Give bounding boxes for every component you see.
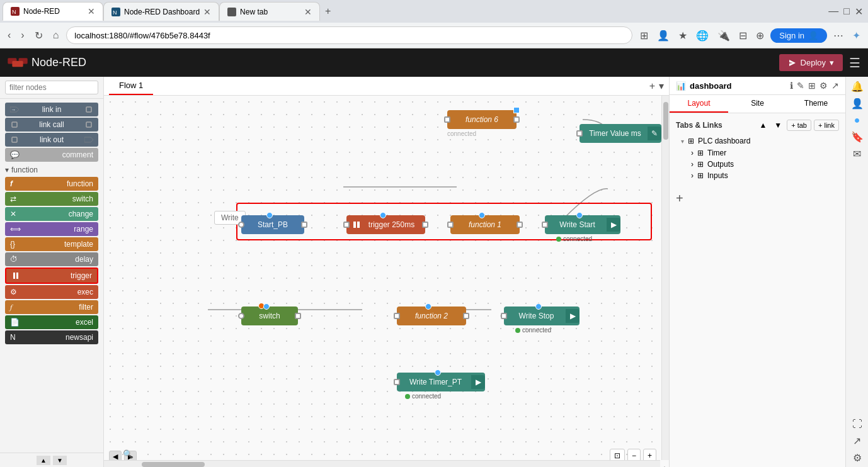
sidebar-item-switch[interactable]: ⇄ switch <box>5 192 98 206</box>
sort-desc-button[interactable]: ▼ <box>772 120 784 131</box>
minimize-button[interactable]: — <box>826 3 841 20</box>
rp-tab-site[interactable]: Site <box>728 95 787 113</box>
write-stop-node[interactable]: Write Stop ▶ <box>504 307 580 325</box>
outputs-chevron-icon: › <box>691 160 694 169</box>
switch-node[interactable]: switch <box>241 307 298 325</box>
close-button[interactable]: ✕ <box>852 3 865 20</box>
tree-item-outputs[interactable]: › ⊞ Outputs <box>686 159 839 170</box>
filter-nodes-input[interactable] <box>5 81 98 94</box>
far-right-bell-button[interactable]: 🔔 <box>851 81 864 93</box>
deploy-button[interactable]: Deploy ▾ <box>779 54 843 71</box>
external-link-button[interactable]: ↗ <box>831 81 839 91</box>
refresh-button[interactable]: ↻ <box>32 27 45 44</box>
forward-button[interactable]: › <box>18 27 26 43</box>
trigger-250ms-node[interactable]: trigger 250ms <box>346 215 425 234</box>
function6-node[interactable]: function 6 <box>447 110 517 129</box>
extensions2-button[interactable]: 🔌 <box>715 27 733 44</box>
function-group-header[interactable]: ▾ function <box>5 163 98 176</box>
tree-item-inputs[interactable]: › ⊞ Inputs <box>686 170 839 181</box>
exec-label: exec <box>77 288 93 296</box>
svg-rect-6 <box>12 60 23 66</box>
sidebar-item-filter[interactable]: 𝑓 filter <box>5 300 98 314</box>
sidebar-item-comment[interactable]: 💬 comment <box>5 148 98 162</box>
function2-node[interactable]: function 2 <box>397 307 466 325</box>
switch-dot <box>263 303 270 310</box>
sidebar-item-link-out[interactable]: link out <box>5 133 98 147</box>
tab-newtab[interactable]: New tab ✕ <box>219 2 320 21</box>
far-right-circle-button[interactable]: ● <box>854 115 860 126</box>
add-flow-button[interactable]: + <box>649 80 655 92</box>
h-scrollbar-thumb[interactable] <box>142 462 205 467</box>
tree-item-timer[interactable]: › ⊞ Timer <box>686 147 839 159</box>
function1-node[interactable]: function 1 <box>450 215 520 234</box>
sidebar-item-exec[interactable]: ⚙ exec <box>5 285 98 299</box>
tab-close-nr[interactable]: ✕ <box>88 6 95 16</box>
sidebar-item-trigger[interactable]: trigger <box>5 267 98 284</box>
svg-marker-14 <box>84 137 93 142</box>
tab-close-dashboard[interactable]: ✕ <box>203 7 211 17</box>
far-right-settings-button[interactable]: ⚙ <box>853 452 862 464</box>
far-right-external-button[interactable]: ↗ <box>853 435 861 447</box>
favorites-button[interactable]: ★ <box>676 27 690 44</box>
h-scrollbar[interactable] <box>104 460 660 467</box>
sidebar-scroll-up[interactable]: ▲ <box>37 456 50 465</box>
tab-node-red[interactable]: N Node-RED ✕ <box>3 2 103 21</box>
write-timer-node[interactable]: Write Timer_PT ▶ <box>397 373 485 391</box>
flow-options-button[interactable]: ▾ <box>659 80 664 92</box>
address-input[interactable] <box>66 26 632 44</box>
home-button[interactable]: ⌂ <box>50 27 62 43</box>
settings-panel-button[interactable]: ⚙ <box>819 81 828 91</box>
far-right-mail-button[interactable]: ✉ <box>853 148 861 160</box>
comment-label: comment <box>62 150 93 159</box>
add-link-button[interactable]: + link <box>814 120 839 131</box>
sidebar-scroll-down[interactable]: ▼ <box>53 456 67 465</box>
dashboard-grid-icon: ⊞ <box>688 137 694 145</box>
far-right-bookmark-button[interactable]: 🔖 <box>851 131 864 143</box>
sidebar-item-range[interactable]: ⟺ range <box>5 222 98 236</box>
edit-button[interactable]: ✎ <box>797 81 804 91</box>
function6-dot <box>513 107 520 113</box>
tab-close-newtab[interactable]: ✕ <box>304 7 312 17</box>
sidebar-item-link-call[interactable]: link call <box>5 118 98 132</box>
v-scrollbar[interactable] <box>661 96 669 460</box>
far-right-user-button[interactable]: 👤 <box>851 98 864 110</box>
sidebar-item-function[interactable]: f function <box>5 177 98 191</box>
sort-asc-button[interactable]: ▲ <box>757 120 769 131</box>
flow-tab-1[interactable]: Flow 1 <box>109 77 153 95</box>
sidebar-item-change[interactable]: ✕ change <box>5 207 98 221</box>
settings-button[interactable]: ⋯ <box>831 27 846 44</box>
far-right-expand-button[interactable]: ⛶ <box>852 419 862 430</box>
collections-button[interactable]: 🌐 <box>694 27 711 44</box>
timer-value-node[interactable]: Timer Value ms ✎ <box>580 124 661 143</box>
sidebar-item-newsapi[interactable]: N newsapi <box>5 330 98 344</box>
new-tab-button[interactable]: + <box>320 3 336 20</box>
info-button[interactable]: ℹ <box>790 81 793 91</box>
rp-tab-theme[interactable]: Theme <box>787 95 845 113</box>
write-start-node[interactable]: Write Start ▶ <box>545 215 620 234</box>
menu-button[interactable]: ☰ <box>849 55 860 70</box>
profile-button[interactable]: 👤 <box>654 27 672 44</box>
sidebar-item-link-in[interactable]: → link in <box>5 103 98 116</box>
connections-layer <box>104 96 669 467</box>
tab-dashboard[interactable]: N Node-RED Dashboard ✕ <box>103 2 219 21</box>
restore-button[interactable]: □ <box>841 3 852 20</box>
sidebar-item-delay[interactable]: ⏱ delay <box>5 252 98 266</box>
browser-actions: ⊞ 👤 ★ 🌐 🔌 ⊟ ⊕ Sign in 👤 ⋯ ✦ <box>637 27 863 44</box>
sign-in-button[interactable]: Sign in 👤 <box>770 28 827 43</box>
rp-tab-layout[interactable]: Layout <box>670 95 728 113</box>
sidebar-button[interactable]: ⊟ <box>736 27 750 44</box>
tree-root[interactable]: ▾ ⊞ PLC dashboard <box>676 135 839 147</box>
sidebar-item-excel[interactable]: 📄 excel <box>5 315 98 329</box>
back-button[interactable]: ‹ <box>5 27 13 43</box>
add-tab-button[interactable]: + tab <box>787 120 811 131</box>
function1-port-right <box>517 222 523 228</box>
start-pb-node[interactable]: Start_PB <box>241 215 304 234</box>
layout-button[interactable]: ⊞ <box>808 81 816 91</box>
flow-canvas[interactable]: Write function 6 connected Timer Value m… <box>104 96 669 467</box>
sidebar-item-template[interactable]: {} template <box>5 237 98 251</box>
add-item-button[interactable]: + <box>676 191 683 206</box>
discover-button[interactable]: ⊕ <box>753 27 767 44</box>
v-scrollbar-thumb[interactable] <box>663 102 668 140</box>
extensions-button[interactable]: ⊞ <box>637 27 651 44</box>
copilot-button[interactable]: ✦ <box>850 27 863 44</box>
